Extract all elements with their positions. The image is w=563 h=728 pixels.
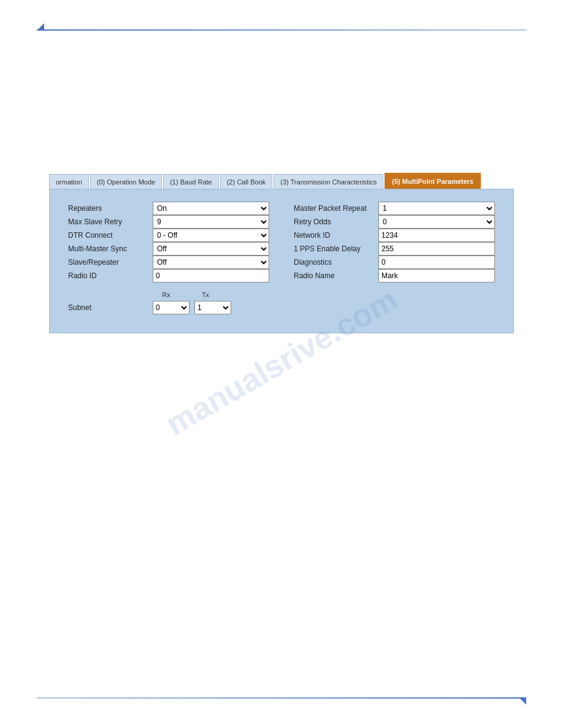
- tab-operation-mode-label: (0) Operation Mode: [97, 178, 155, 186]
- network-id-row: Network ID: [294, 229, 495, 242]
- master-packet-repeat-row: Master Packet Repeat 123: [294, 202, 495, 215]
- tab-baud-rate[interactable]: (1) Baud Rate: [163, 174, 218, 189]
- pps-enable-delay-input[interactable]: [378, 242, 495, 256]
- dtr-connect-row: DTR Connect 0 - Off 1 - On: [68, 229, 269, 242]
- pps-enable-delay-label: 1 PPS Enable Delay: [294, 245, 373, 253]
- left-column: Repeaters On Off Max Slave Retry 987 DTR…: [68, 202, 269, 282]
- form-grid: Repeaters On Off Max Slave Retry 987 DTR…: [68, 202, 495, 282]
- tab-bar: ormation (0) Operation Mode (1) Baud Rat…: [49, 172, 514, 189]
- radio-name-input[interactable]: [378, 269, 495, 282]
- radio-id-input[interactable]: [153, 269, 269, 282]
- radio-name-label: Radio Name: [294, 271, 373, 280]
- diagnostics-input[interactable]: [378, 256, 495, 269]
- tx-header-label: Tx: [187, 291, 224, 298]
- tab-call-book[interactable]: (2) Call Book: [220, 174, 273, 189]
- diagnostics-label: Diagnostics: [294, 258, 373, 267]
- network-id-input[interactable]: [378, 229, 495, 242]
- slave-repeater-label: Slave/Repeater: [68, 258, 148, 267]
- subnet-label: Subnet: [68, 303, 148, 312]
- retry-odds-select[interactable]: 012: [378, 215, 495, 229]
- tab-information-label: ormation: [56, 178, 82, 186]
- tab-information[interactable]: ormation: [49, 174, 89, 189]
- pps-enable-delay-row: 1 PPS Enable Delay: [294, 242, 495, 256]
- master-packet-repeat-select[interactable]: 123: [378, 202, 495, 215]
- subnet-rxtx-header: Rx Tx: [148, 291, 495, 298]
- multi-master-sync-select[interactable]: Off On: [153, 242, 269, 256]
- right-column: Master Packet Repeat 123 Retry Odds 012 …: [294, 202, 495, 282]
- retry-odds-row: Retry Odds 012: [294, 215, 495, 229]
- radio-id-label: Radio ID: [68, 271, 148, 280]
- subnet-section: Rx Tx Subnet 0123 1023: [68, 291, 495, 314]
- radio-id-row: Radio ID: [68, 269, 269, 282]
- max-slave-retry-row: Max Slave Retry 987: [68, 215, 269, 229]
- top-decorative-line: [37, 29, 526, 31]
- dtr-connect-select[interactable]: 0 - Off 1 - On: [153, 229, 269, 242]
- repeaters-select[interactable]: On Off: [153, 202, 269, 215]
- bottom-decorative-line: [37, 697, 526, 699]
- multipoint-panel: Repeaters On Off Max Slave Retry 987 DTR…: [49, 189, 514, 333]
- tab-transmission[interactable]: (3) Transmission Characteristics: [274, 174, 383, 189]
- multi-master-sync-row: Multi-Master Sync Off On: [68, 242, 269, 256]
- tab-operation-mode[interactable]: (0) Operation Mode: [90, 174, 162, 189]
- tab-call-book-label: (2) Call Book: [227, 178, 266, 186]
- repeaters-row: Repeaters On Off: [68, 202, 269, 215]
- retry-odds-label: Retry Odds: [294, 218, 373, 226]
- max-slave-retry-select[interactable]: 987: [153, 215, 269, 229]
- tab-transmission-label: (3) Transmission Characteristics: [280, 178, 377, 186]
- slave-repeater-row: Slave/Repeater Off On: [68, 256, 269, 269]
- repeaters-label: Repeaters: [68, 204, 148, 213]
- subnet-row: Subnet 0123 1023: [68, 301, 495, 314]
- tab-multipoint-label: (5) MultiPoint Parameters: [392, 178, 473, 185]
- master-packet-repeat-label: Master Packet Repeat: [294, 204, 373, 213]
- subnet-tx-select[interactable]: 1023: [194, 301, 231, 314]
- tab-baud-rate-label: (1) Baud Rate: [170, 178, 212, 186]
- subnet-rx-select[interactable]: 0123: [153, 301, 190, 314]
- multi-master-sync-label: Multi-Master Sync: [68, 245, 148, 253]
- rx-header-label: Rx: [148, 291, 185, 298]
- main-content: ormation (0) Operation Mode (1) Baud Rat…: [49, 172, 514, 333]
- slave-repeater-select[interactable]: Off On: [153, 256, 269, 269]
- network-id-label: Network ID: [294, 231, 373, 240]
- tab-multipoint[interactable]: (5) MultiPoint Parameters: [385, 173, 481, 189]
- dtr-connect-label: DTR Connect: [68, 231, 148, 240]
- max-slave-retry-label: Max Slave Retry: [68, 218, 148, 226]
- diagnostics-row: Diagnostics: [294, 256, 495, 269]
- radio-name-row: Radio Name: [294, 269, 495, 282]
